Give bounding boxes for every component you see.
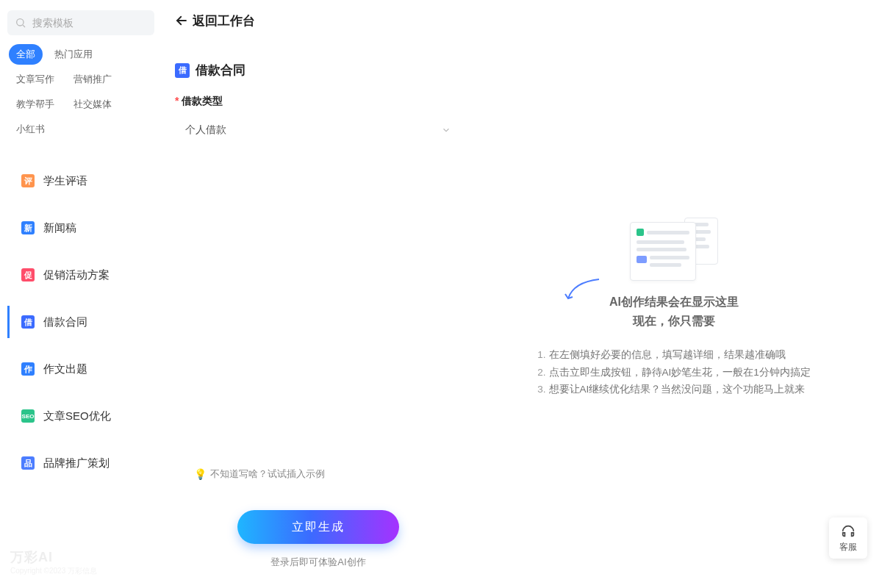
- arrow-left-icon: [175, 14, 188, 27]
- svg-line-1: [23, 25, 25, 27]
- search-wrap: [7, 10, 154, 35]
- form-pane: 借 借款合同 *借款类型 个人借款 💡 不知道写啥？试试插入示例 立即生成 登录…: [175, 41, 462, 575]
- nav-item-seo[interactable]: SEO 文章SEO优化: [7, 400, 154, 432]
- tag-hot[interactable]: 热门应用: [47, 44, 100, 65]
- example-hint-text: 不知道写啥？试试插入示例: [210, 467, 325, 481]
- nav-label: 借款合同: [43, 315, 87, 329]
- nav-item-loan-contract[interactable]: 借 借款合同: [7, 306, 154, 338]
- search-input[interactable]: [7, 10, 154, 35]
- nav-label: 学生评语: [43, 174, 87, 188]
- support-label: 客服: [839, 541, 857, 553]
- result-step: 1.在左侧填好必要的信息，填写越详细，结果越准确哦: [537, 346, 811, 364]
- search-icon: [15, 17, 26, 29]
- tag-social[interactable]: 社交媒体: [66, 94, 119, 115]
- chevron-down-icon: [441, 125, 451, 135]
- form-title-icon: 借: [175, 63, 190, 78]
- loan-type-select[interactable]: 个人借款: [175, 115, 462, 145]
- action-area: 立即生成 登录后即可体验AI创作: [175, 510, 462, 575]
- student-comment-icon: 评: [21, 174, 35, 187]
- nav-item-promo[interactable]: 促 促销活动方案: [7, 259, 154, 291]
- nav-label: 新闻稿: [43, 221, 76, 235]
- watermark-logo: 万彩AI Copyright ©2023 万彩信息: [10, 548, 97, 576]
- essay-topic-icon: 作: [21, 362, 35, 376]
- empty-illustration: [630, 218, 718, 285]
- nav-item-student-comment[interactable]: 评 学生评语: [7, 165, 154, 197]
- nav-list: 评 学生评语 新 新闻稿 促 促销活动方案 借 借款合同 作 作文出题 SEO …: [7, 150, 154, 578]
- select-value: 个人借款: [185, 123, 226, 137]
- generate-button[interactable]: 立即生成: [237, 510, 399, 544]
- nav-label: 品牌推广策划: [43, 456, 110, 470]
- headset-icon: [840, 523, 856, 539]
- form-title: 借 借款合同: [175, 62, 462, 79]
- field-label-loan-type: *借款类型: [175, 95, 462, 108]
- back-button[interactable]: 返回工作台: [175, 12, 255, 29]
- svg-point-0: [17, 19, 24, 26]
- result-steps: 1.在左侧填好必要的信息，填写越详细，结果越准确哦 2.点击立即生成按钮，静待A…: [537, 346, 811, 398]
- result-step: 2.点击立即生成按钮，静待AI妙笔生花，一般在1分钟内搞定: [537, 364, 811, 381]
- news-icon: 新: [21, 221, 35, 234]
- example-hint[interactable]: 💡 不知道写啥？试试插入示例: [175, 467, 462, 481]
- login-hint: 登录后即可体验AI创作: [175, 556, 462, 569]
- seo-icon: SEO: [21, 409, 35, 423]
- tag-list: 全部 热门应用 文章写作 营销推广 教学帮手 社交媒体 小红书: [7, 44, 154, 140]
- tag-marketing[interactable]: 营销推广: [66, 69, 119, 90]
- form-title-text: 借款合同: [196, 62, 245, 79]
- sidebar: 全部 热门应用 文章写作 营销推广 教学帮手 社交媒体 小红书 评 学生评语 新…: [0, 0, 162, 588]
- result-pane: AI创作结果会在显示这里 现在，你只需要 1.在左侧填好必要的信息，填写越详细，…: [479, 41, 869, 575]
- topbar: 返回工作台: [162, 0, 882, 41]
- lightbulb-icon: 💡: [194, 468, 206, 480]
- main: 返回工作台 借 借款合同 *借款类型 个人借款 💡 不知道写: [162, 0, 882, 588]
- promo-icon: 促: [21, 268, 35, 282]
- result-step: 3.想要让AI继续优化结果？当然没问题，这个功能马上就来: [537, 381, 811, 398]
- nav-item-news[interactable]: 新 新闻稿: [7, 212, 154, 244]
- nav-label: 文章SEO优化: [43, 409, 111, 423]
- nav-label: 促销活动方案: [43, 268, 110, 282]
- tag-article[interactable]: 文章写作: [9, 69, 62, 90]
- tag-all[interactable]: 全部: [9, 44, 43, 65]
- brand-icon: 品: [21, 456, 35, 470]
- back-label: 返回工作台: [193, 12, 255, 29]
- support-button[interactable]: 客服: [829, 517, 867, 559]
- tag-xhs[interactable]: 小红书: [9, 119, 52, 140]
- nav-item-brand[interactable]: 品 品牌推广策划: [7, 447, 154, 479]
- result-title: AI创作结果会在显示这里 现在，你只需要: [609, 293, 739, 330]
- nav-item-essay-topic[interactable]: 作 作文出题: [7, 353, 154, 385]
- content: 借 借款合同 *借款类型 个人借款 💡 不知道写啥？试试插入示例 立即生成 登录…: [162, 41, 882, 588]
- pointer-arrow-icon: [564, 278, 600, 304]
- required-mark: *: [175, 95, 179, 107]
- tag-teaching[interactable]: 教学帮手: [9, 94, 62, 115]
- nav-label: 作文出题: [43, 362, 87, 376]
- loan-contract-icon: 借: [21, 315, 35, 329]
